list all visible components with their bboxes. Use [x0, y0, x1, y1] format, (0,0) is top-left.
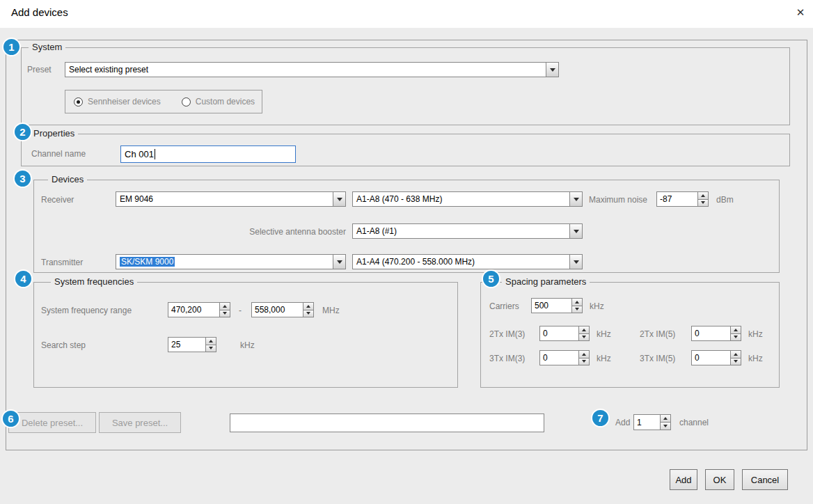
spinner-down-icon[interactable] [698, 199, 708, 207]
frequency-to-spinner[interactable]: 558,000 [251, 302, 314, 317]
close-icon[interactable]: ✕ [792, 4, 809, 21]
save-preset-button[interactable]: Save preset... [99, 412, 181, 433]
radio-selected-icon [74, 97, 83, 107]
spinner-up-icon[interactable] [579, 351, 589, 358]
spinner-up-icon[interactable] [206, 338, 216, 345]
add-count-spinner[interactable]: 1 [633, 414, 671, 430]
spinner-buttons [697, 192, 708, 206]
annotation-badge-1: 1 [2, 38, 21, 56]
spinner-up-icon[interactable] [579, 326, 589, 333]
spinner-down-icon[interactable] [206, 345, 216, 352]
spinner-up-icon[interactable] [572, 299, 582, 306]
ok-button[interactable]: OK [705, 469, 734, 490]
receiver-select[interactable]: EM 9046 [116, 191, 346, 207]
im2-3-spinner[interactable]: 0 [539, 326, 590, 341]
preset-name-input[interactable] [230, 414, 544, 432]
radio-sennheiser-label: Sennheiser devices [88, 97, 161, 107]
devices-group-title: Devices [48, 174, 87, 184]
spinner-buttons [730, 351, 741, 365]
maximum-noise-spinner[interactable]: -87 [656, 191, 709, 207]
im2-5-unit: kHz [748, 329, 763, 339]
spinner-down-icon[interactable] [579, 358, 589, 365]
spacing-parameters-title: Spacing parameters [502, 276, 590, 287]
frequency-from-value: 470,200 [168, 303, 219, 317]
im2-5-spinner[interactable]: 0 [691, 326, 741, 341]
properties-group-title: Properties [30, 128, 78, 139]
channel-name-label: Channel name [31, 149, 86, 159]
spacing-parameters-group: Spacing parameters Carriers 500 kHz 2Tx … [480, 282, 780, 388]
im2-3-label: 2Tx IM(3) [489, 329, 525, 339]
spinner-down-icon[interactable] [731, 358, 741, 365]
antenna-booster-select[interactable]: A1-A8 (#1) [352, 223, 583, 239]
carriers-spinner[interactable]: 500 [531, 298, 583, 313]
preset-select[interactable]: Select existing preset [65, 62, 559, 77]
chevron-down-icon[interactable] [569, 224, 582, 238]
cancel-button[interactable]: Cancel [742, 469, 788, 490]
chevron-down-icon[interactable] [333, 255, 345, 269]
spinner-up-icon[interactable] [303, 303, 313, 310]
device-type-radio-group: Sennheiser devices Custom devices [65, 90, 262, 113]
spinner-down-icon[interactable] [303, 310, 313, 317]
spinner-buttons [660, 415, 670, 430]
im2-3-unit: kHz [597, 329, 611, 339]
radio-custom-devices[interactable]: Custom devices [182, 97, 255, 107]
im2-5-label: 2Tx IM(5) [640, 329, 675, 339]
annotation-badge-4: 4 [14, 269, 33, 288]
system-frequencies-title: System frequencies [51, 276, 137, 287]
annotation-badge-2: 2 [13, 123, 32, 141]
carriers-unit: kHz [590, 301, 604, 311]
frequency-range-label: System frequency range [41, 306, 132, 315]
search-step-spinner[interactable]: 25 [168, 337, 216, 352]
frequency-range-unit: MHz [322, 306, 340, 315]
annotation-badge-5: 5 [482, 269, 500, 288]
system-group: System Preset Select existing preset Sen… [21, 47, 790, 125]
antenna-booster-label: Selective antenna booster [194, 227, 346, 237]
antenna-booster-value: A1-A8 (#1) [353, 224, 569, 238]
devices-group: Devices Receiver EM 9046 A1-A8 (470 - 63… [33, 180, 780, 273]
frequency-to-value: 558,000 [252, 303, 303, 317]
spinner-up-icon[interactable] [698, 192, 708, 199]
transmitter-range-select[interactable]: A1-A4 (470.200 - 558.000 MHz) [352, 254, 583, 269]
im3-3-label: 3Tx IM(3) [489, 354, 525, 363]
text-caret [155, 149, 155, 159]
receiver-range-value: A1-A8 (470 - 638 MHz) [353, 192, 569, 206]
im3-3-spinner[interactable]: 0 [539, 350, 590, 365]
chevron-down-icon[interactable] [569, 192, 582, 206]
transmitter-select[interactable]: SK/SKM 9000 [116, 254, 346, 269]
spinner-buttons [219, 303, 230, 317]
spinner-down-icon[interactable] [220, 310, 230, 317]
maximum-noise-label: Maximum noise [589, 195, 647, 205]
maximum-noise-unit: dBm [716, 195, 734, 205]
spinner-up-icon[interactable] [731, 326, 741, 333]
spinner-up-icon[interactable] [661, 415, 670, 422]
annotation-badge-3: 3 [13, 169, 32, 188]
transmitter-label: Transmitter [41, 258, 83, 267]
channel-name-input[interactable]: Ch 001 [120, 145, 296, 163]
im2-5-value: 0 [692, 326, 730, 340]
radio-unselected-icon [182, 97, 191, 107]
radio-sennheiser-devices[interactable]: Sennheiser devices [74, 97, 161, 107]
chevron-down-icon[interactable] [569, 255, 582, 269]
receiver-label: Receiver [41, 195, 74, 205]
transmitter-value: SK/SKM 9000 [120, 257, 175, 267]
spinner-up-icon[interactable] [220, 303, 230, 310]
transmitter-range-value: A1-A4 (470.200 - 558.000 MHz) [353, 255, 569, 269]
delete-preset-button[interactable]: Delete preset... [8, 412, 96, 433]
properties-group: Properties Channel name Ch 001 [21, 134, 790, 166]
spinner-down-icon[interactable] [579, 333, 589, 341]
chevron-down-icon[interactable] [546, 63, 558, 77]
im3-5-spinner[interactable]: 0 [691, 350, 741, 365]
spinner-down-icon[interactable] [661, 422, 670, 430]
spinner-down-icon[interactable] [572, 306, 582, 313]
receiver-range-select[interactable]: A1-A8 (470 - 638 MHz) [352, 191, 583, 207]
search-step-label: Search step [41, 340, 86, 350]
add-count-label: Add [615, 418, 630, 427]
add-button[interactable]: Add [670, 469, 697, 490]
search-step-value: 25 [168, 338, 205, 352]
chevron-down-icon[interactable] [333, 192, 345, 206]
annotation-badge-6: 6 [1, 409, 20, 428]
spinner-up-icon[interactable] [731, 351, 741, 358]
range-dash: - [239, 306, 242, 315]
frequency-from-spinner[interactable]: 470,200 [168, 302, 230, 317]
spinner-down-icon[interactable] [731, 333, 741, 341]
